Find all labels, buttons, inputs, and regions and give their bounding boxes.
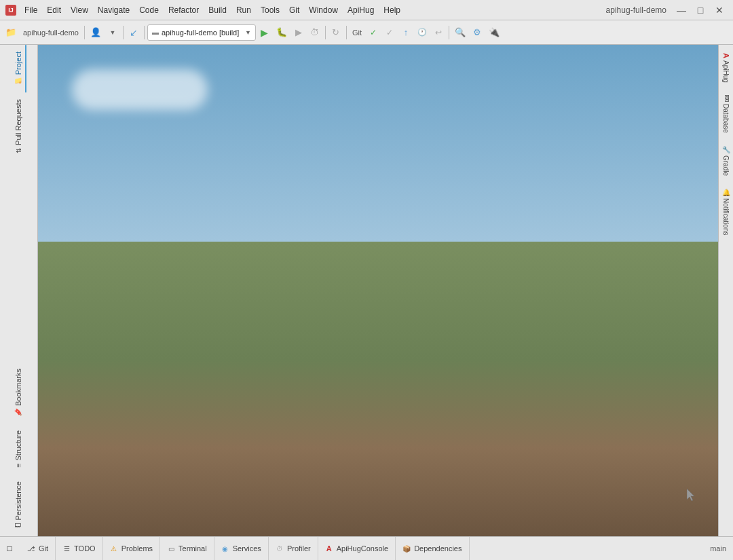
toolbar-separator-6	[449, 26, 449, 39]
git-checkmark[interactable]: ✓	[366, 23, 381, 42]
bottom-tab-dependencies[interactable]: 📦 Dependencies	[396, 537, 469, 560]
menu-help[interactable]: Help	[379, 4, 405, 16]
menu-run[interactable]: Run	[232, 4, 255, 16]
gradle-tab-label: Gradle	[722, 155, 730, 176]
update-button[interactable]: ↻	[328, 23, 343, 42]
hint-text-5: Navigation Bar	[314, 311, 371, 321]
git-bottom-label: Git	[39, 544, 48, 553]
menu-refactor[interactable]: Refactor	[164, 4, 203, 16]
notifications-tab-icon: 🔔	[722, 188, 730, 196]
sidebar-item-persistence[interactable]: 🗃 Persistence	[12, 474, 26, 536]
maximize-button[interactable]: □	[692, 3, 709, 17]
git-update[interactable]: ✓	[382, 23, 397, 42]
menu-bar: File Edit View Navigate Code Refactor Bu…	[20, 4, 599, 16]
menu-file[interactable]: File	[20, 4, 41, 16]
pull-requests-tab-icon: ⇅	[14, 148, 22, 153]
run-button[interactable]: ▶	[257, 23, 272, 42]
bottom-bar: □ ⎇ Git ☰ TODO ⚠ Problems ▭ Terminal ◉ S…	[0, 536, 733, 560]
main-content: Search Everywhere Double Shift Project V…	[38, 45, 718, 536]
git-history[interactable]: 🕐	[415, 23, 430, 42]
menu-edit[interactable]: Edit	[43, 4, 65, 16]
bottom-tab-services[interactable]: ◉ Services	[214, 537, 269, 560]
run-config-dropdown[interactable]: ▬ apihug-full-demo [build] ▼	[147, 24, 256, 41]
bottom-tab-profiler[interactable]: ⏱ Profiler	[269, 537, 318, 560]
main-toolbar: 📁 apihug-full-demo 👤 ▼ ↙ ▬ apihug-full-d…	[0, 20, 733, 45]
git-rollback[interactable]: ↩	[431, 23, 446, 42]
hint-key-1: Double Shift	[394, 243, 443, 253]
structure-tab-label: Structure	[14, 430, 22, 461]
run-config-label: apihug-full-demo [build]	[162, 29, 242, 37]
minimize-button[interactable]: —	[673, 3, 690, 17]
bottom-tab-problems[interactable]: ⚠ Problems	[103, 537, 160, 560]
bottom-tab-todo[interactable]: ☰ TODO	[56, 537, 103, 560]
hint-project-view: Project View Alt+1	[314, 260, 443, 270]
menu-build[interactable]: Build	[204, 4, 231, 16]
todo-bottom-label: TODO	[74, 544, 96, 553]
hint-text-4: Recent Files	[314, 294, 362, 304]
left-panel: 📁 Project ⇅ Pull Requests 🔖 Bookmarks ≡ …	[0, 45, 38, 536]
hint-text-2: Project View	[314, 260, 362, 270]
toolbar-separator-4	[325, 26, 326, 39]
debug-button[interactable]: 🐛	[274, 23, 290, 42]
toolbar-separator-3	[144, 26, 145, 39]
menu-apihug[interactable]: ApiHug	[343, 4, 378, 16]
git-push[interactable]: ↑	[398, 23, 413, 42]
hint-key-3: Ctrl+Shift+N	[356, 277, 404, 287]
bookmarks-tab-label: Bookmarks	[14, 369, 22, 406]
project-tab-label: Project	[14, 52, 22, 75]
user-icon[interactable]: 👤	[88, 23, 104, 42]
bottom-tab-terminal[interactable]: ▭ Terminal	[160, 537, 214, 560]
run-coverage-button[interactable]: ▶	[291, 23, 306, 42]
hint-search-everywhere: Search Everywhere Double Shift	[314, 243, 443, 253]
title-bar: IJ File Edit View Navigate Code Refactor…	[0, 0, 733, 20]
user-dropdown-arrow[interactable]: ▼	[105, 23, 120, 42]
menu-code[interactable]: Code	[135, 4, 163, 16]
hint-key-4: Ctrl+E	[366, 294, 391, 304]
menu-window[interactable]: Window	[305, 4, 342, 16]
profiler-bottom-label: Profiler	[287, 544, 311, 553]
bg-clouds	[72, 69, 208, 110]
sidebar-item-project[interactable]: 📁 Project	[12, 45, 26, 92]
sidebar-item-pull-requests[interactable]: ⇅ Pull Requests	[12, 92, 26, 160]
hint-text-1: Search Everywhere	[314, 243, 390, 253]
apihug-tab-label: ApiHug	[722, 60, 730, 83]
profiler-bottom-icon: ⏱	[276, 544, 284, 553]
sidebar-item-apihug[interactable]: A ApiHug	[720, 48, 732, 88]
apihug-console-bottom-label: ApiHugConsole	[337, 544, 388, 553]
hint-key-2: Alt+1	[366, 260, 387, 270]
bottom-tab-apihug-console[interactable]: A ApiHugConsole	[318, 537, 396, 560]
profiler-button[interactable]: ⏱	[307, 23, 322, 42]
settings-button[interactable]: ⚙	[470, 23, 485, 42]
menu-git[interactable]: Git	[285, 4, 303, 16]
search-button[interactable]: 🔍	[452, 23, 468, 42]
menu-view[interactable]: View	[67, 4, 92, 16]
sidebar-item-notifications[interactable]: 🔔 Notifications	[720, 183, 732, 240]
database-tab-label: Database	[722, 104, 730, 133]
status-layout-icon[interactable]: □	[3, 539, 16, 558]
bg-sky	[38, 45, 718, 266]
hint-drop-files: Drop files here to open them	[314, 328, 443, 338]
pull-requests-tab-label: Pull Requests	[14, 99, 22, 145]
status-branch: main	[703, 544, 733, 553]
dependencies-bottom-icon: 📦	[402, 544, 411, 553]
menu-tools[interactable]: Tools	[257, 4, 284, 16]
sidebar-item-database[interactable]: 🗄 Database	[720, 90, 732, 138]
gradle-tab-icon: 🔧	[722, 145, 730, 153]
problems-bottom-label: Problems	[121, 544, 153, 553]
bottom-tab-git[interactable]: ⎇ Git	[20, 537, 56, 560]
back-button[interactable]: ↙	[126, 23, 141, 42]
sidebar-item-bookmarks[interactable]: 🔖 Bookmarks	[12, 362, 26, 424]
hint-recent-files: Recent Files Ctrl+E	[314, 294, 443, 304]
menu-navigate[interactable]: Navigate	[94, 4, 134, 16]
git-bottom-icon: ⎇	[27, 544, 35, 553]
services-bottom-icon: ◉	[221, 544, 229, 553]
problems-bottom-icon: ⚠	[110, 544, 118, 553]
plugins-button[interactable]: 🔌	[486, 23, 502, 42]
apihug-console-bottom-icon: A	[325, 544, 333, 553]
todo-bottom-icon: ☰	[62, 544, 71, 553]
notifications-tab-label: Notifications	[722, 198, 730, 235]
close-button[interactable]: ✕	[711, 3, 728, 17]
sidebar-item-gradle[interactable]: 🔧 Gradle	[720, 140, 732, 181]
sidebar-item-structure[interactable]: ≡ Structure	[12, 424, 26, 474]
app-icon: IJ	[5, 5, 16, 16]
